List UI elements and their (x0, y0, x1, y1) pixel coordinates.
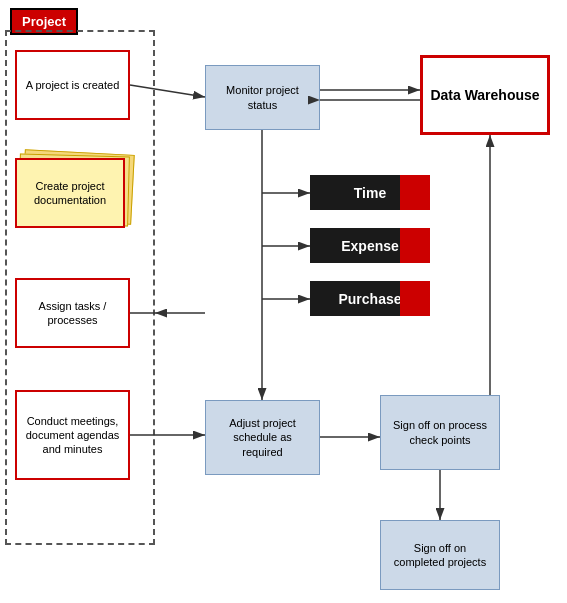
diagram: Project A project is created Create proj… (0, 0, 567, 603)
monitor-status-box: Monitor project status (205, 65, 320, 130)
adjust-schedule-box: Adjust project schedule as required (205, 400, 320, 475)
expense-box: Expense (310, 228, 430, 263)
data-warehouse-box: Data Warehouse (420, 55, 550, 135)
purchase-box: Purchase (310, 281, 430, 316)
create-docs-box: Create project documentation (15, 158, 130, 234)
conduct-meetings-box: Conduct meetings, document agendas and m… (15, 390, 130, 480)
sign-off-checkpoints-box: Sign off on process check points (380, 395, 500, 470)
project-created-box: A project is created (15, 50, 130, 120)
assign-tasks-box: Assign tasks / processes (15, 278, 130, 348)
sign-off-completed-box: Sign off on completed projects (380, 520, 500, 590)
time-box: Time (310, 175, 430, 210)
